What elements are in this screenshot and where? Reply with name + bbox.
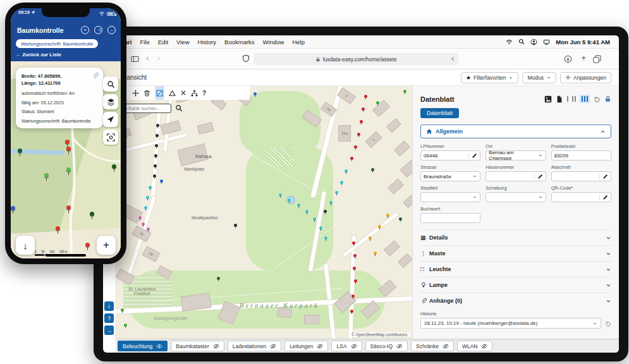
map-marker-cyan[interactable]	[329, 201, 333, 204]
select[interactable]	[420, 192, 480, 202]
display-icon[interactable]	[543, 39, 550, 46]
map-marker-red[interactable]	[353, 267, 356, 270]
map-marker-cyan[interactable]	[305, 210, 308, 213]
zoom-in-button[interactable]: +	[97, 236, 116, 255]
tree-pin-green[interactable]	[66, 167, 71, 172]
map-marker-red[interactable]	[354, 279, 357, 282]
menu-file[interactable]: File	[140, 39, 149, 46]
map-marker-black[interactable]	[155, 144, 158, 147]
menu-history[interactable]: History	[198, 39, 217, 46]
map-marker-pink[interactable]	[147, 228, 150, 231]
pencil-icon[interactable]	[599, 195, 608, 200]
tree-pin-red[interactable]	[66, 147, 71, 151]
shield-icon[interactable]	[242, 54, 250, 63]
tree-pin-dgreen[interactable]	[90, 212, 94, 216]
two-column-icon[interactable]	[572, 96, 576, 102]
map-marker-red[interactable]	[350, 157, 353, 160]
map-marker-green[interactable]	[376, 101, 379, 104]
select[interactable]: Bernau am Chiemsee	[485, 150, 546, 161]
map-marker-red[interactable]	[354, 145, 357, 149]
locate-icon[interactable]	[103, 112, 118, 127]
map-marker-orange[interactable]	[374, 252, 377, 255]
collapse-button[interactable]: ↓	[16, 236, 35, 255]
layer-tab-schr-nke[interactable]: Schränke	[411, 341, 454, 351]
map-marker-green[interactable]	[403, 90, 406, 93]
tree-pin-red[interactable]	[66, 205, 71, 210]
section-lampe[interactable]: Lampe	[420, 277, 611, 293]
add-circle-icon[interactable]: +	[81, 26, 89, 34]
reload-icon[interactable]	[448, 56, 454, 62]
layer-tab-baumkataster[interactable]: Baumkataster	[171, 341, 224, 351]
tree-pin-blue[interactable]	[11, 206, 15, 210]
tree-pin-red[interactable]	[85, 243, 90, 247]
layer-tab-ladestationen[interactable]: Ladestationen	[228, 341, 281, 351]
mode-button[interactable]: Modus	[522, 72, 556, 83]
map-marker-cyan[interactable]	[288, 198, 291, 202]
map-marker-black[interactable]	[324, 210, 327, 213]
map-marker-cyan[interactable]	[324, 236, 327, 240]
select[interactable]: Braunstraße	[420, 171, 480, 181]
trash-icon[interactable]	[144, 90, 150, 97]
map-marker-cyan[interactable]	[340, 181, 343, 184]
logout-icon[interactable]: →	[104, 325, 114, 335]
layers-icon[interactable]	[103, 94, 118, 109]
map-marker-green[interactable]	[124, 324, 127, 327]
layer-tab-wlan[interactable]: WLAN	[457, 341, 493, 351]
map-marker-red[interactable]	[351, 294, 355, 298]
map-marker-cyan[interactable]	[149, 186, 152, 189]
map-marker-orange[interactable]	[369, 236, 372, 240]
remove-circle-icon[interactable]: -	[107, 26, 116, 34]
undo-icon[interactable]	[594, 95, 601, 102]
settings-button[interactable]: Anpassungen	[560, 72, 611, 83]
input[interactable]: 06448	[420, 150, 480, 161]
map-marker-dgreen[interactable]	[217, 277, 220, 280]
section-allgemein[interactable]: Allgemein	[420, 124, 611, 138]
input[interactable]	[551, 192, 611, 202]
move-icon[interactable]	[132, 90, 139, 97]
address-bar[interactable]: luxdata-easy.com/home/assets	[253, 53, 458, 65]
menu-help[interactable]: Help	[292, 39, 305, 46]
map-marker-dgreen[interactable]	[399, 217, 402, 221]
map-marker-black[interactable]	[156, 134, 159, 137]
triangle-icon[interactable]	[169, 90, 176, 97]
section-details[interactable]: ▦ Details	[420, 229, 611, 245]
back-button[interactable]: ‹	[146, 53, 149, 63]
map-marker-black[interactable]	[234, 224, 237, 227]
map-marker-blue[interactable]	[160, 179, 163, 183]
historie-select[interactable]: 28.11.23, 10:19 - heute (muehlberger@six…	[420, 318, 601, 329]
map-marker-black[interactable]	[153, 174, 156, 178]
map-marker-pink[interactable]	[138, 216, 142, 219]
forward-button[interactable]: ›	[157, 53, 160, 63]
document-dark-icon[interactable]	[556, 95, 563, 103]
map-marker-cyan[interactable]	[319, 226, 322, 229]
close-icon[interactable]	[180, 90, 186, 96]
help-icon[interactable]: ?	[104, 313, 114, 323]
tree-pin-dgreen[interactable]	[18, 149, 22, 153]
phone-map[interactable]: Breite: 47.805899, Länge: 12.411700 auto…	[11, 61, 121, 258]
menu-window[interactable]: Window	[263, 39, 284, 46]
tree-pin-red[interactable]	[56, 226, 60, 231]
sidebar-icon[interactable]	[131, 55, 139, 63]
map-marker-black[interactable]	[154, 154, 157, 157]
search-icon[interactable]	[518, 39, 525, 45]
menu-view[interactable]: View	[176, 39, 189, 46]
downloads-icon[interactable]	[564, 55, 572, 63]
map-search-input[interactable]: In Karte suchen...	[121, 104, 171, 113]
tree-pin-green[interactable]	[44, 173, 49, 178]
new-tab-button[interactable]: +	[581, 53, 586, 63]
map-marker-dgreen[interactable]	[371, 168, 374, 171]
tabs-icon[interactable]	[593, 55, 601, 63]
map-marker-red[interactable]	[353, 254, 357, 257]
menu-bookmarks[interactable]: Bookmarks	[224, 39, 255, 46]
tree-pin-dgreen[interactable]	[112, 164, 116, 169]
map-marker-red[interactable]	[360, 120, 363, 123]
help-icon[interactable]: ?	[202, 90, 206, 97]
map-marker-black[interactable]	[156, 124, 159, 127]
map-search-icon[interactable]	[175, 104, 183, 112]
filter-favorites-button[interactable]: ★ Filterfavoriten	[461, 72, 519, 83]
input[interactable]	[420, 213, 480, 223]
map-marker-cyan[interactable]	[144, 206, 147, 209]
tree-pin-red[interactable]	[65, 140, 70, 144]
layer-tab-lsa[interactable]: LSA	[331, 341, 362, 351]
map-marker-red[interactable]	[350, 310, 353, 313]
